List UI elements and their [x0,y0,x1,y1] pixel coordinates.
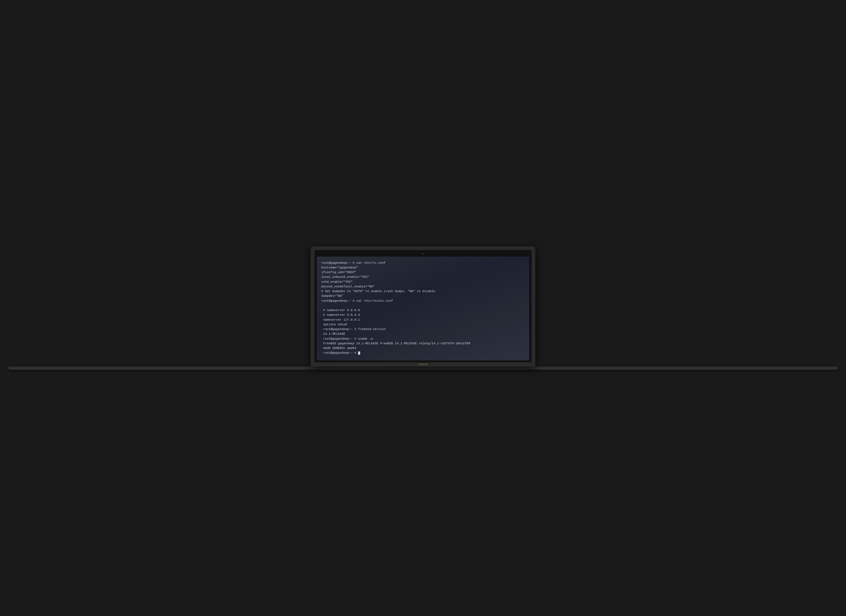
laptop-bottom-bezel: ASUS [314,362,532,367]
screen-bezel: root@gagandeep:~ # cat /etc/rc.conf host… [314,250,532,362]
laptop-base [8,367,837,370]
screen: root@gagandeep:~ # cat /etc/rc.conf host… [317,257,529,361]
laptop-frame: root@gagandeep:~ # cat /etc/rc.conf host… [311,246,535,367]
asus-logo: ASUS [418,363,428,366]
terminal-output: root@gagandeep:~ # cat /etc/rc.conf host… [321,261,525,355]
